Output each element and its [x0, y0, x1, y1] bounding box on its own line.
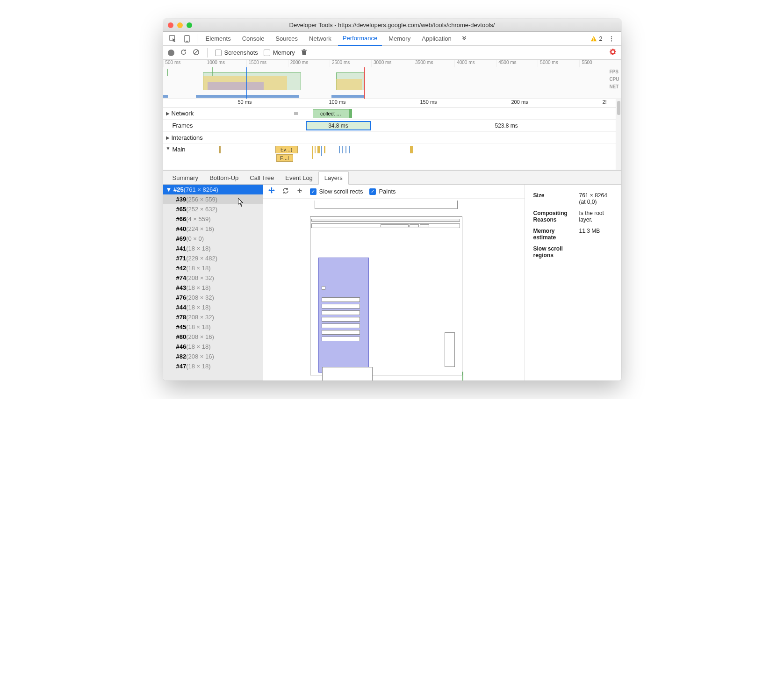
window-title: Developer Tools - https://developers.goo…: [163, 22, 621, 29]
svg-rect-3: [594, 37, 594, 39]
dtab-layers[interactable]: Layers: [318, 171, 349, 185]
devtools-window: Developer Tools - https://developers.goo…: [163, 19, 621, 381]
layer-item[interactable]: #69(0 × 0): [163, 234, 263, 244]
overview-timeline[interactable]: 500 ms 1000 ms 1500 ms 2000 ms 2500 ms 3…: [163, 60, 621, 99]
dtab-summary[interactable]: Summary: [167, 172, 204, 184]
clear-icon[interactable]: [193, 49, 200, 57]
track-main[interactable]: ▼Main Ev…) F…l: [163, 144, 616, 170]
perf-toolbar: Screenshots Memory: [163, 46, 621, 60]
reload-icon[interactable]: [180, 49, 187, 57]
svg-point-6: [611, 38, 611, 39]
layer-tree[interactable]: ▼ #25(761 × 8264) #39(256 × 559)#65(252 …: [163, 185, 263, 381]
layer-item[interactable]: #71(229 × 482): [163, 253, 263, 263]
tab-console[interactable]: Console: [237, 32, 269, 45]
rotate-icon[interactable]: [282, 187, 289, 196]
viewer-canvas[interactable]: [263, 199, 525, 381]
time-ruler[interactable]: 50 ms 100 ms 150 ms 200 ms 2!: [163, 99, 616, 108]
layer-item[interactable]: #76(208 × 32): [163, 293, 263, 302]
dtab-calltree[interactable]: Call Tree: [244, 172, 280, 184]
svg-line-9: [194, 50, 198, 54]
tab-application[interactable]: Application: [417, 32, 456, 45]
flame-tracks: 50 ms 100 ms 150 ms 200 ms 2! ▶Network c…: [163, 99, 621, 170]
tab-elements[interactable]: Elements: [201, 32, 236, 45]
vertical-scrollbar[interactable]: [616, 99, 621, 170]
more-tabs-icon[interactable]: [458, 33, 470, 45]
detail-tabs: Summary Bottom-Up Call Tree Event Log La…: [163, 170, 621, 184]
layer-viewer: ✓Slow scroll rects ✓Paints: [263, 185, 525, 381]
device-icon[interactable]: [181, 33, 193, 45]
screenshots-checkbox[interactable]: Screenshots: [215, 49, 258, 56]
layer-item[interactable]: #82(208 × 16): [163, 352, 263, 361]
layer-item[interactable]: #40(224 × 16): [163, 224, 263, 234]
frame-chip[interactable]: 34.8 ms: [306, 121, 371, 130]
layer-item[interactable]: #39(256 × 559): [163, 194, 263, 204]
layer-item[interactable]: #74(208 × 32): [163, 273, 263, 283]
track-frames[interactable]: Frames 34.8 ms 523.8 ms: [163, 120, 616, 132]
frame-chip-2: 523.8 ms: [495, 122, 518, 129]
settings-icon[interactable]: [609, 48, 617, 57]
paints-checkbox[interactable]: ✓Paints: [369, 188, 396, 195]
layer-item[interactable]: #42(18 × 18): [163, 263, 263, 273]
overview-lane-labels: FPS CPU NET: [609, 68, 619, 91]
divider: [207, 48, 208, 57]
layer-item-root[interactable]: ▼ #25(761 × 8264): [163, 185, 263, 194]
track-interactions[interactable]: ▶Interactions: [163, 132, 616, 144]
overview-body: [163, 67, 606, 99]
slow-scroll-checkbox[interactable]: ✓Slow scroll rects: [310, 188, 363, 195]
inspect-icon[interactable]: [167, 33, 179, 45]
svg-rect-4: [594, 40, 594, 40]
layer-item[interactable]: #66(4 × 559): [163, 214, 263, 224]
devtools-tabs: Elements Console Sources Network Perform…: [163, 32, 621, 46]
track-network[interactable]: ▶Network collect …: [163, 108, 616, 120]
svg-point-5: [611, 36, 611, 37]
reset-icon[interactable]: [296, 187, 303, 196]
layers-pane: ▼ #25(761 × 8264) #39(256 × 559)#65(252 …: [163, 184, 621, 381]
layer-item[interactable]: #78(208 × 32): [163, 312, 263, 322]
titlebar: Developer Tools - https://developers.goo…: [163, 19, 621, 32]
layer-item[interactable]: #43(18 × 18): [163, 283, 263, 293]
pan-icon[interactable]: [268, 187, 275, 196]
record-button[interactable]: [168, 50, 174, 56]
trash-icon[interactable]: [301, 49, 308, 57]
tab-memory[interactable]: Memory: [384, 32, 415, 45]
layer-item[interactable]: #44(18 × 18): [163, 302, 263, 312]
layer-item[interactable]: #41(18 × 18): [163, 244, 263, 253]
tab-performance[interactable]: Performance: [338, 32, 382, 46]
warning-badge[interactable]: 2: [590, 35, 602, 42]
tab-network[interactable]: Network: [304, 32, 336, 45]
tab-sources[interactable]: Sources: [271, 32, 302, 45]
selected-layer-rect[interactable]: [318, 258, 369, 373]
network-chip[interactable]: collect …: [313, 109, 349, 118]
layer-properties: Size761 × 8264 (at 0,0) Compositing Reas…: [525, 185, 621, 381]
svg-point-7: [611, 40, 611, 41]
layer-item[interactable]: #46(18 × 18): [163, 342, 263, 352]
layer-item[interactable]: #45(18 × 18): [163, 322, 263, 332]
memory-checkbox[interactable]: Memory: [264, 49, 295, 56]
warning-count: 2: [599, 35, 602, 42]
layer-item[interactable]: #80(208 × 16): [163, 332, 263, 342]
layer-item[interactable]: #65(252 × 632): [163, 204, 263, 214]
dtab-eventlog[interactable]: Event Log: [280, 172, 318, 184]
kebab-menu-icon[interactable]: [605, 33, 618, 45]
dtab-bottomup[interactable]: Bottom-Up: [204, 172, 244, 184]
divider: [197, 34, 197, 43]
layer-item[interactable]: #47(18 × 18): [163, 361, 263, 371]
viewer-toolbar: ✓Slow scroll rects ✓Paints: [263, 185, 525, 199]
